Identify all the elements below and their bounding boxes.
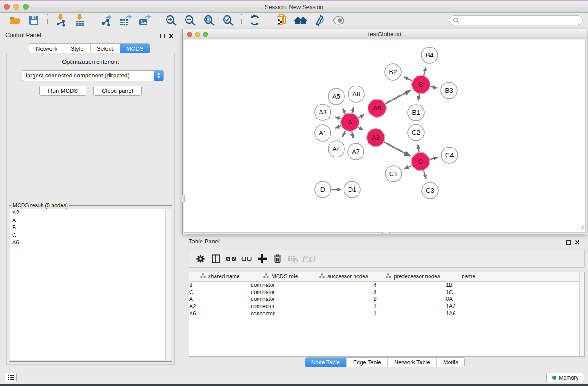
graph-node-B1[interactable]: B1 xyxy=(408,105,424,121)
graph-edge-A-A3[interactable] xyxy=(335,117,341,119)
tab-mcds[interactable]: MCDS xyxy=(120,44,150,53)
memory-button[interactable]: Memory xyxy=(546,373,584,382)
graph-node-A5[interactable]: A5 xyxy=(328,88,344,105)
graph-node-C3[interactable]: C3 xyxy=(422,182,438,199)
graph-edge-A-A2[interactable] xyxy=(358,127,363,130)
refresh-icon[interactable] xyxy=(248,14,262,27)
graph-edge-B-B4[interactable] xyxy=(424,67,426,76)
graph-node-C1[interactable]: C1 xyxy=(385,166,402,182)
column-header-predecessor-nodes[interactable]: predecessor nodes xyxy=(377,272,449,281)
tab-node-table[interactable]: Node Table xyxy=(305,358,346,367)
export-table-icon[interactable] xyxy=(119,14,132,27)
tab-network[interactable]: Network xyxy=(29,44,64,53)
graph-node-C4[interactable]: C4 xyxy=(441,147,458,163)
delete-table-icon[interactable] xyxy=(285,252,301,266)
graph-edge-A-A1[interactable] xyxy=(335,126,341,128)
graph-node-A3[interactable]: A3 xyxy=(315,104,331,120)
save-session-icon[interactable] xyxy=(27,14,41,27)
select-all-columns-icon[interactable] xyxy=(224,252,239,266)
task-history-button[interactable] xyxy=(5,373,17,382)
result-item[interactable]: C xyxy=(10,232,165,239)
graph-edge-A-A5[interactable] xyxy=(343,109,345,114)
network-close-button[interactable] xyxy=(187,32,192,37)
graph-node-A4[interactable]: A4 xyxy=(328,141,344,157)
graph-node-B4[interactable]: B4 xyxy=(421,47,438,63)
tab-select[interactable]: Select xyxy=(90,44,120,53)
graph-node-A1[interactable]: A1 xyxy=(315,125,331,141)
graph-edge-C-C2[interactable] xyxy=(418,145,419,152)
close-panel-button[interactable]: Close panel xyxy=(93,86,142,96)
delete-columns-icon[interactable] xyxy=(270,252,285,266)
graph-node-B3[interactable]: B3 xyxy=(441,82,457,99)
table-scrollbar[interactable] xyxy=(579,272,584,356)
tab-edge-table[interactable]: Edge Table xyxy=(346,358,387,367)
export-network-icon[interactable] xyxy=(100,14,113,27)
column-header-shared-name[interactable]: shared name xyxy=(189,272,251,281)
result-item[interactable]: A2 xyxy=(10,209,165,217)
open-session-icon[interactable] xyxy=(8,14,22,27)
graph-node-D1[interactable]: D1 xyxy=(344,181,360,198)
graph-node-B[interactable]: B xyxy=(412,76,430,94)
graph-node-D[interactable]: D xyxy=(315,181,331,198)
left-splitter-handle[interactable] xyxy=(182,195,185,202)
zoom-fit-icon[interactable] xyxy=(202,14,216,27)
run-mcds-button[interactable]: Run MCDS xyxy=(39,86,86,96)
graph-node-B2[interactable]: B2 xyxy=(385,64,401,80)
tab-style[interactable]: Style xyxy=(64,44,90,53)
import-table-icon[interactable] xyxy=(73,14,86,27)
import-network-icon[interactable] xyxy=(54,14,67,27)
graph-edge-B-B1[interactable] xyxy=(418,94,420,101)
tab-network-table[interactable]: Network Table xyxy=(387,358,436,367)
graph-edge-C-C1[interactable] xyxy=(405,166,412,169)
float-table-panel-icon[interactable] xyxy=(566,240,571,245)
network-graph[interactable]: B4B2BB3A5A8A6A3AB1A1A2C2A4A7C4CC1DD1C3 xyxy=(184,40,586,233)
network-zoom-button[interactable] xyxy=(203,32,208,37)
result-list-scrollbar[interactable] xyxy=(165,209,171,360)
graph-node-C[interactable]: C xyxy=(411,152,430,171)
column-header-MCDS-role[interactable]: MCDS role xyxy=(251,272,311,281)
graph-edge-B-B2[interactable] xyxy=(404,77,412,81)
show-hide-graphics-icon[interactable] xyxy=(332,14,345,27)
graph-node-A2[interactable]: A2 xyxy=(367,129,385,147)
close-table-panel-icon[interactable] xyxy=(575,238,580,247)
new-network-from-selection-icon[interactable] xyxy=(275,14,288,27)
export-image-icon[interactable] xyxy=(138,14,151,27)
column-header-name[interactable]: name xyxy=(449,272,488,281)
graph-edge-C-C4[interactable] xyxy=(430,158,438,160)
network-window-titlebar[interactable]: testGlobe.txt xyxy=(183,29,587,39)
column-settings-gear-icon[interactable] xyxy=(193,252,208,266)
annotation-toggle-icon[interactable] xyxy=(313,14,326,27)
graph-node-A7[interactable]: A7 xyxy=(348,143,364,160)
deselect-all-columns-icon[interactable] xyxy=(239,252,254,266)
graph-node-A6[interactable]: A6 xyxy=(368,99,386,117)
zoom-in-icon[interactable] xyxy=(164,14,178,27)
graph-edge-A2-C[interactable] xyxy=(384,142,411,156)
float-panel-icon[interactable] xyxy=(160,34,165,38)
graph-node-A[interactable]: A xyxy=(341,113,359,131)
table-row[interactable]: Cdominator41C xyxy=(189,289,584,296)
search-input[interactable] xyxy=(449,15,583,25)
graph-node-A8[interactable]: A8 xyxy=(348,86,364,102)
result-item[interactable]: A xyxy=(10,217,165,224)
close-panel-icon[interactable] xyxy=(169,32,174,40)
table-row[interactable]: A2connector11A2 xyxy=(189,303,584,310)
resize-grip-icon[interactable] xyxy=(579,224,585,232)
graph-edge-A-A8[interactable] xyxy=(352,107,354,113)
graph-node-C2[interactable]: C2 xyxy=(408,124,424,141)
tab-motifs[interactable]: Motifs xyxy=(436,358,464,367)
add-column-icon[interactable] xyxy=(254,252,270,266)
home-icon[interactable] xyxy=(294,14,307,27)
graph-edge-A-A4[interactable] xyxy=(343,131,346,137)
graph-edge-B-B3[interactable] xyxy=(430,86,437,88)
bottom-splitter-handle[interactable] xyxy=(382,232,390,234)
graph-edge-A-A6[interactable] xyxy=(359,115,364,118)
table-row[interactable]: A6connector11A6 xyxy=(189,310,584,317)
zoom-selected-icon[interactable] xyxy=(221,14,235,27)
fit-column-icon[interactable] xyxy=(208,252,224,266)
criterion-select[interactable]: largest connected component (directed) xyxy=(22,70,164,81)
graph-edge-A-A7[interactable] xyxy=(352,132,353,138)
column-header-successor-nodes[interactable]: successor nodes xyxy=(311,272,377,281)
table-row[interactable]: Bdominator41B xyxy=(189,281,584,289)
table-row[interactable]: Adominator80A xyxy=(189,295,584,303)
zoom-out-icon[interactable] xyxy=(183,14,197,27)
